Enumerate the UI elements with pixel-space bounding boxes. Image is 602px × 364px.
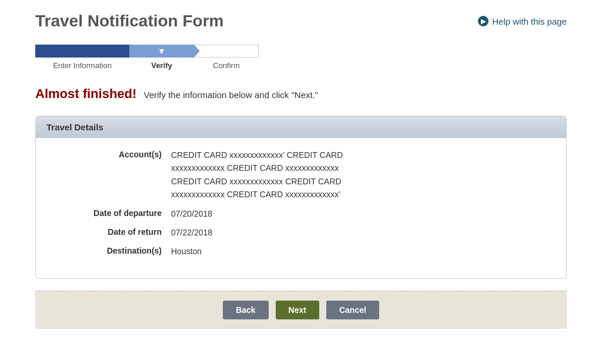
travel-details-section: Travel Details Account(s) CREDIT CARD xx… [35,116,567,279]
detail-row-return: Date of return 07/22/2018 [53,226,549,239]
return-value: 07/22/2018 [171,226,212,239]
accounts-value: CREDIT CARD xxxxxxxxxxxxx’ CREDIT CARD x… [171,149,343,201]
travel-details-header: Travel Details [36,116,566,138]
help-link-label: Help with this page [492,16,567,26]
step-labels: Enter Information Verify Confirm [35,61,259,70]
almost-finished-title: Almost finished! [35,86,136,101]
departure-value: 07/20/2018 [171,207,212,220]
detail-row-accounts: Account(s) CREDIT CARD xxxxxxxxxxxxx’ CR… [53,149,549,201]
next-button[interactable]: Next [276,301,319,319]
destination-value: Houston [171,245,202,258]
step-bar-verify: ▼ [129,45,194,58]
back-button[interactable]: Back [223,301,268,319]
page-header: Travel Notification Form ▶ Help with thi… [35,12,567,31]
steps-track: ▼ [35,45,259,58]
progress-bar: ▼ Enter Information Verify Confirm [35,45,567,70]
detail-row-destination: Destination(s) Houston [53,245,549,258]
help-icon: ▶ [478,16,489,26]
button-bar: Back Next Cancel [35,291,567,329]
return-label: Date of return [53,226,171,237]
help-link[interactable]: ▶ Help with this page [478,16,567,26]
detail-row-departure: Date of departure 07/20/2018 [53,207,549,220]
step-bar-confirm [194,45,259,58]
step-arrow-icon: ▼ [158,46,166,56]
departure-label: Date of departure [53,207,171,218]
travel-details-body: Account(s) CREDIT CARD xxxxxxxxxxxxx’ CR… [36,138,566,278]
destination-label: Destination(s) [53,245,171,255]
step-label-verify: Verify [129,61,194,70]
almost-finished-section: Almost finished! Verify the information … [35,86,567,102]
cancel-button[interactable]: Cancel [326,301,379,319]
page-title: Travel Notification Form [35,12,224,31]
step-label-enter-information: Enter Information [35,61,129,70]
step-label-confirm: Confirm [194,61,259,70]
almost-finished-subtitle: Verify the information below and click "… [144,90,319,100]
step-bar-enter-information [35,45,129,58]
accounts-label: Account(s) [53,149,171,159]
